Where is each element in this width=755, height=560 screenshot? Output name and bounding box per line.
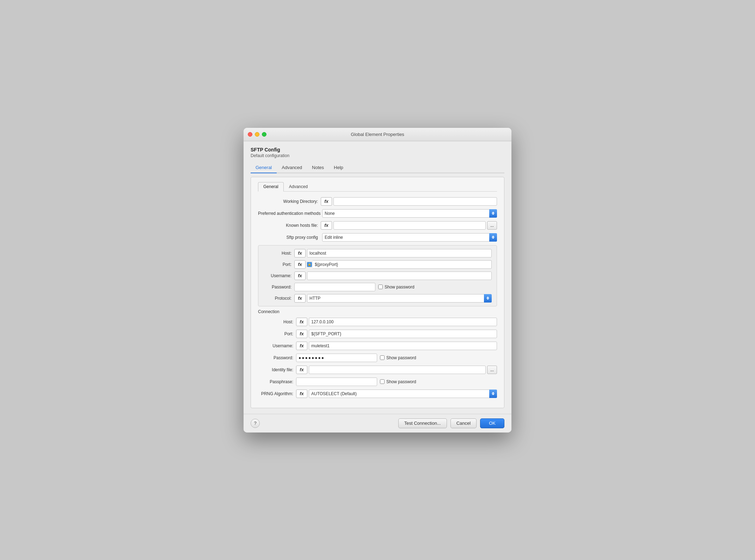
auth-methods-label: Preferred authentication methods [258, 211, 318, 216]
sftp-header: SFTP Config Default configuration [251, 147, 504, 158]
proxy-username-row: Username: fx [263, 272, 492, 280]
proxy-section: Host: fx Port: fx 🔒 Username: fx [258, 245, 497, 306]
test-connection-button[interactable]: Test Connection... [398, 418, 447, 428]
working-directory-input[interactable] [333, 197, 497, 206]
known-hosts-browse-button[interactable]: ... [487, 221, 497, 230]
sftp-proxy-select[interactable]: Edit inline [322, 233, 497, 242]
tab-advanced-inner[interactable]: Advanced [284, 182, 313, 192]
proxy-port-input[interactable] [313, 260, 492, 269]
conn-show-password-label: Show password [386, 355, 416, 360]
tab-help-top[interactable]: Help [329, 162, 348, 173]
conn-port-fx-button[interactable]: fx [296, 330, 307, 338]
tab-advanced-top[interactable]: Advanced [277, 162, 307, 173]
conn-port-row: Port: fx [258, 330, 497, 338]
proxy-show-password-label: Show password [385, 285, 415, 290]
identity-file-label: Identity file: [258, 367, 293, 372]
proxy-protocol-label: Protocol: [263, 296, 291, 301]
identity-file-fx-button[interactable]: fx [296, 366, 307, 374]
conn-host-row: Host: fx [258, 318, 497, 326]
proxy-password-input[interactable] [294, 283, 375, 291]
passphrase-show-password-label: Show password [386, 379, 416, 384]
tab-general-inner[interactable]: General [258, 182, 284, 192]
auth-methods-select[interactable]: None [322, 209, 497, 218]
prng-label: PRNG Algorithm: [258, 391, 293, 396]
conn-show-password-checkbox[interactable] [380, 355, 385, 360]
proxy-port-fx-button[interactable]: fx [294, 260, 306, 269]
main-window: Global Element Properties SFTP Config De… [244, 128, 511, 433]
known-hosts-input[interactable] [333, 221, 486, 230]
conn-password-label: Password: [258, 355, 293, 360]
titlebar: Global Element Properties [244, 128, 511, 141]
proxy-port-label: Port: [263, 262, 291, 267]
conn-port-input[interactable] [309, 330, 497, 338]
conn-port-label: Port: [258, 331, 293, 336]
conn-host-fx-button[interactable]: fx [296, 318, 307, 326]
proxy-host-label: Host: [263, 251, 291, 256]
maximize-button[interactable] [262, 132, 266, 137]
passphrase-input[interactable] [296, 378, 377, 386]
conn-host-label: Host: [258, 319, 293, 324]
conn-username-input[interactable] [309, 342, 497, 350]
passphrase-label: Passphrase: [258, 379, 293, 384]
top-tabs: General Advanced Notes Help [251, 162, 504, 173]
proxy-protocol-fx-button[interactable]: fx [294, 294, 306, 303]
prng-fx-button[interactable]: fx [296, 390, 307, 398]
proxy-username-label: Username: [263, 273, 291, 278]
identity-file-input[interactable] [309, 366, 486, 374]
proxy-protocol-select[interactable]: HTTP [307, 294, 492, 303]
proxy-username-fx-button[interactable]: fx [294, 272, 306, 280]
known-hosts-row: Known hosts file: fx ... [258, 221, 497, 230]
sftp-proxy-row: Sftp proxy config Edit inline [258, 233, 497, 242]
proxy-protocol-row: Protocol: fx HTTP [263, 294, 492, 303]
lock-icon: 🔒 [307, 262, 312, 267]
sftp-config-subtitle: Default configuration [251, 153, 504, 158]
known-hosts-label: Known hosts file: [258, 223, 318, 228]
connection-label: Connection [258, 309, 497, 314]
proxy-show-password-checkbox[interactable] [378, 285, 383, 289]
working-directory-row: Working Directory: fx [258, 197, 497, 206]
identity-file-row: Identity file: fx ... [258, 366, 497, 374]
inner-panel: General Advanced Working Directory: fx P… [251, 177, 504, 408]
passphrase-row: Passphrase: Show password [258, 378, 497, 386]
conn-password-row: Password: ●●●●●●●● Show password [258, 354, 497, 362]
conn-username-label: Username: [258, 343, 293, 348]
proxy-host-fx-button[interactable]: fx [294, 249, 306, 257]
proxy-host-row: Host: fx [263, 249, 492, 257]
tab-general-top[interactable]: General [251, 162, 277, 173]
auth-methods-row: Preferred authentication methods None [258, 209, 497, 218]
conn-host-input[interactable] [309, 318, 497, 326]
ok-button[interactable]: OK [480, 418, 504, 428]
inner-tabs: General Advanced [258, 182, 497, 192]
proxy-password-row: Password: Show password [263, 283, 492, 291]
proxy-username-input[interactable] [307, 272, 492, 280]
working-directory-label: Working Directory: [258, 199, 318, 204]
window-content: SFTP Config Default configuration Genera… [244, 141, 511, 414]
help-button[interactable]: ? [251, 419, 260, 428]
passphrase-show-password-checkbox[interactable] [380, 379, 385, 384]
prng-select[interactable]: AUTOSELECT (Default) [309, 390, 497, 398]
proxy-password-label: Password: [263, 285, 291, 290]
conn-username-row: Username: fx [258, 342, 497, 350]
conn-password-dots: ●●●●●●●● [296, 354, 377, 362]
identity-file-browse-button[interactable]: ... [487, 366, 497, 374]
tab-notes-top[interactable]: Notes [307, 162, 329, 173]
working-directory-fx-button[interactable]: fx [321, 197, 332, 206]
conn-username-fx-button[interactable]: fx [296, 342, 307, 350]
prng-row: PRNG Algorithm: fx AUTOSELECT (Default) [258, 390, 497, 398]
window-title: Global Element Properties [351, 132, 404, 137]
minimize-button[interactable] [255, 132, 259, 137]
sftp-proxy-label: Sftp proxy config [258, 235, 318, 240]
bottom-bar: ? Test Connection... Cancel OK [244, 414, 511, 433]
traffic-lights [248, 132, 266, 137]
cancel-button[interactable]: Cancel [450, 418, 477, 428]
proxy-port-row: Port: fx 🔒 [263, 260, 492, 269]
known-hosts-fx-button[interactable]: fx [321, 221, 332, 230]
proxy-host-input[interactable] [307, 249, 492, 257]
sftp-config-title: SFTP Config [251, 147, 504, 153]
connection-section: Connection Host: fx Port: fx Username: f… [258, 309, 497, 398]
close-button[interactable] [248, 132, 252, 137]
